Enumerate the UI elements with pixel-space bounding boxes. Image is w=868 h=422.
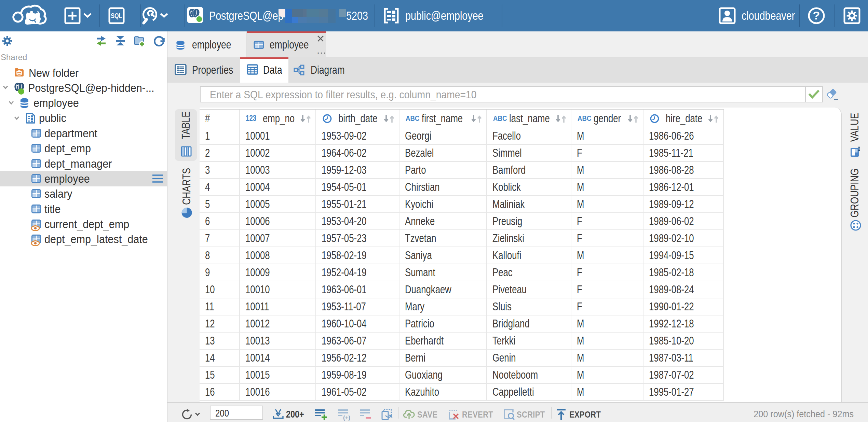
svg-text:?: ?	[813, 9, 820, 22]
svg-text:SQL: SQL	[111, 12, 122, 20]
svg-text:(+): (+)	[343, 414, 350, 421]
